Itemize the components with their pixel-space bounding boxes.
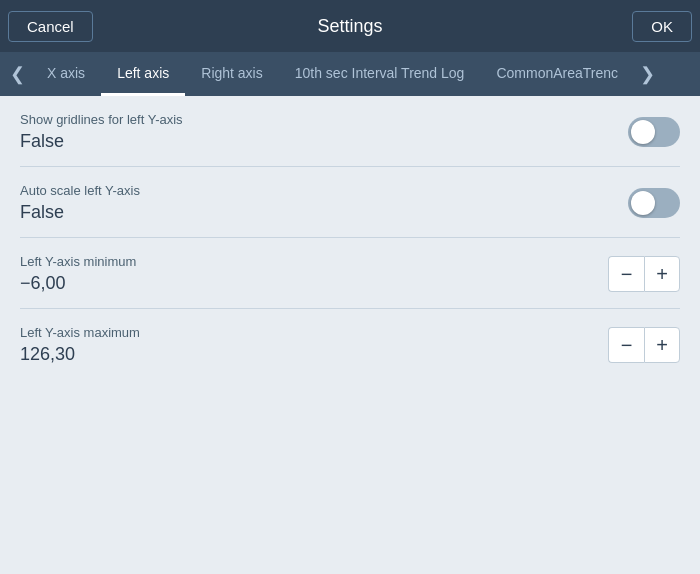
show-gridlines-left: Show gridlines for left Y-axis False <box>20 112 183 152</box>
max-left: Left Y-axis maximum 126,30 <box>20 325 140 365</box>
tab-next-button[interactable]: ❯ <box>634 52 661 96</box>
auto-scale-toggle[interactable] <box>628 188 680 218</box>
min-stepper: − + <box>608 256 680 292</box>
auto-scale-label: Auto scale left Y-axis <box>20 183 140 198</box>
auto-scale-track <box>628 188 680 218</box>
auto-scale-value: False <box>20 202 140 223</box>
min-increment-button[interactable]: + <box>644 256 680 292</box>
max-row: Left Y-axis maximum 126,30 − + <box>20 309 680 379</box>
cancel-button[interactable]: Cancel <box>8 11 93 42</box>
tab-prev-button[interactable]: ❮ <box>4 52 31 96</box>
show-gridlines-label: Show gridlines for left Y-axis <box>20 112 183 127</box>
show-gridlines-toggle[interactable] <box>628 117 680 147</box>
max-increment-button[interactable]: + <box>644 327 680 363</box>
tab-x-axis[interactable]: X axis <box>31 52 101 96</box>
auto-scale-left: Auto scale left Y-axis False <box>20 183 140 223</box>
min-label: Left Y-axis minimum <box>20 254 136 269</box>
tab-bar: ❮ X axis Left axis Right axis 10th sec I… <box>0 52 700 96</box>
show-gridlines-value: False <box>20 131 183 152</box>
max-decrement-button[interactable]: − <box>608 327 644 363</box>
tab-common-area[interactable]: CommonAreaTrenc <box>480 52 634 96</box>
show-gridlines-track <box>628 117 680 147</box>
min-row: Left Y-axis minimum −6,00 − + <box>20 238 680 309</box>
min-left: Left Y-axis minimum −6,00 <box>20 254 136 294</box>
tab-right-axis[interactable]: Right axis <box>185 52 278 96</box>
max-stepper: − + <box>608 327 680 363</box>
tab-left-axis[interactable]: Left axis <box>101 52 185 96</box>
header: Cancel Settings OK <box>0 0 700 52</box>
min-value: −6,00 <box>20 273 136 294</box>
header-title: Settings <box>317 16 382 37</box>
ok-button[interactable]: OK <box>632 11 692 42</box>
min-decrement-button[interactable]: − <box>608 256 644 292</box>
max-value: 126,30 <box>20 344 140 365</box>
tab-10th-sec[interactable]: 10th sec Interval Trend Log <box>279 52 481 96</box>
content-area: Show gridlines for left Y-axis False Aut… <box>0 96 700 574</box>
auto-scale-row: Auto scale left Y-axis False <box>20 167 680 238</box>
show-gridlines-row: Show gridlines for left Y-axis False <box>20 96 680 167</box>
max-label: Left Y-axis maximum <box>20 325 140 340</box>
